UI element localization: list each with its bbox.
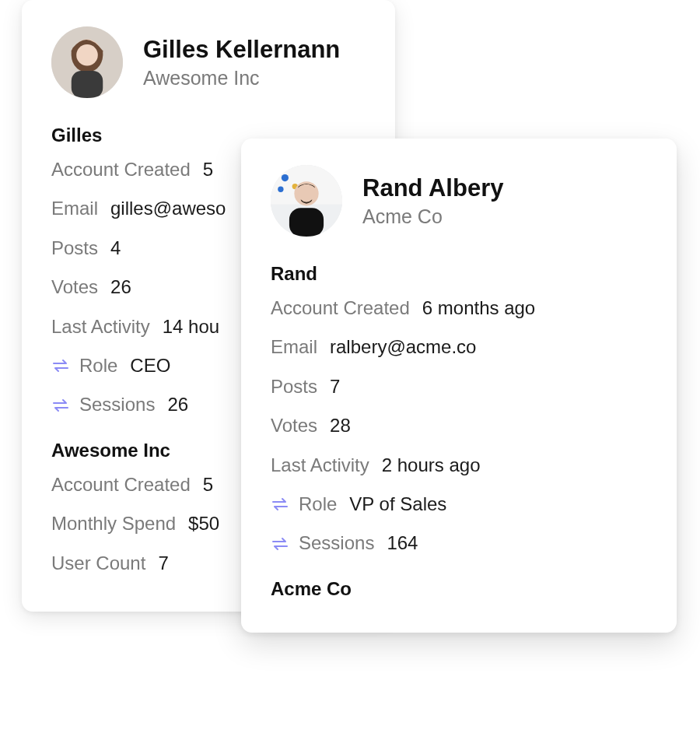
sync-icon xyxy=(51,356,75,375)
field-value: 7 xyxy=(330,374,340,399)
field-value: 4 xyxy=(110,236,121,261)
field-label: Email xyxy=(271,335,317,359)
field-label: Role xyxy=(299,492,337,517)
svg-rect-3 xyxy=(72,71,103,98)
svg-point-6 xyxy=(282,174,289,181)
profile-header: Rand Albery Acme Co xyxy=(271,165,647,237)
field-row: Role VP of Sales xyxy=(271,492,647,517)
field-label: Sessions xyxy=(79,392,155,417)
avatar xyxy=(271,165,342,237)
profile-company: Awesome Inc xyxy=(143,67,340,89)
profile-company: Acme Co xyxy=(362,205,503,228)
field-value: 26 xyxy=(110,275,131,300)
field-label: Votes xyxy=(51,275,98,300)
sync-icon xyxy=(271,495,294,514)
field-value: VP of Sales xyxy=(349,492,446,517)
field-row: Votes 28 xyxy=(271,413,647,438)
field-value: ralbery@acme.co xyxy=(330,335,476,359)
field-row: Posts 7 xyxy=(271,374,647,399)
svg-rect-10 xyxy=(289,208,324,237)
field-value: 26 xyxy=(167,392,188,417)
field-label: Votes xyxy=(271,413,317,438)
profile-name: Gilles Kellernann xyxy=(143,35,340,64)
profile-name: Rand Albery xyxy=(362,174,503,202)
field-label: Role xyxy=(79,353,117,378)
field-label: Posts xyxy=(271,374,317,399)
field-row: Last Activity 2 hours ago xyxy=(271,453,647,478)
person-section-title: Rand xyxy=(271,263,647,285)
field-label: Last Activity xyxy=(51,314,150,339)
field-value: 7 xyxy=(158,551,168,576)
field-label: Last Activity xyxy=(271,453,369,478)
field-label: Monthly Spend xyxy=(51,511,176,536)
field-label: Email xyxy=(51,196,98,221)
avatar xyxy=(51,26,123,98)
field-label: User Count xyxy=(51,551,145,576)
field-row: Sessions 164 xyxy=(271,531,647,556)
svg-point-2 xyxy=(76,44,98,66)
field-row: Email ralbery@acme.co xyxy=(271,335,647,359)
profile-card-rand: Rand Albery Acme Co Rand Account Created… xyxy=(241,139,677,633)
field-value: 5 xyxy=(203,472,213,497)
field-value: 28 xyxy=(330,413,351,438)
profile-header: Gilles Kellernann Awesome Inc xyxy=(51,26,366,98)
field-value: CEO xyxy=(130,353,170,378)
field-label: Account Created xyxy=(271,296,410,321)
company-section-title: Acme Co xyxy=(271,578,647,600)
sync-icon xyxy=(51,396,75,415)
field-value: 14 hou xyxy=(163,314,219,339)
svg-point-9 xyxy=(294,181,318,205)
field-row: Account Created 6 months ago xyxy=(271,296,647,321)
field-value: 5 xyxy=(203,157,213,182)
field-label: Posts xyxy=(51,236,98,261)
field-value: 2 hours ago xyxy=(382,453,481,478)
svg-point-8 xyxy=(278,187,283,192)
sync-icon xyxy=(271,535,294,553)
field-value: 164 xyxy=(387,531,418,556)
field-label: Account Created xyxy=(51,157,191,182)
field-label: Account Created xyxy=(51,472,191,497)
field-label: Sessions xyxy=(299,531,374,556)
field-value: $50 xyxy=(188,511,219,536)
title-block: Rand Albery Acme Co xyxy=(362,174,503,228)
field-value: 6 months ago xyxy=(422,296,535,321)
field-value: gilles@aweso xyxy=(110,196,226,221)
title-block: Gilles Kellernann Awesome Inc xyxy=(143,35,340,89)
